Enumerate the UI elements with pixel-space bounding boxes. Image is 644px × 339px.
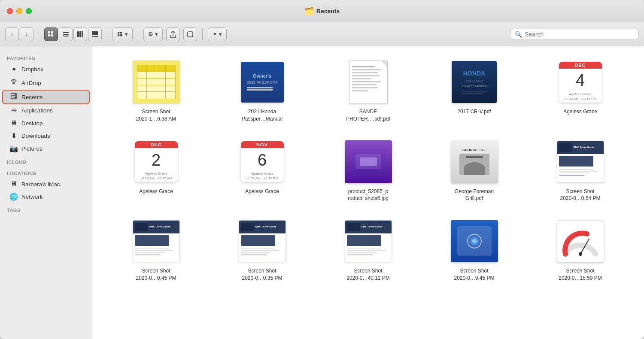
svg-rect-13 [96,36,98,37]
file-item-13[interactable]: DMC Drive Guide Screen Shot2020-0…40 [317,214,419,285]
cal-day-2: 2 [135,148,178,172]
file-grid: Screen Shot2020-1…6.38 AM Owner's 2021 P… [105,55,631,285]
svg-rect-21 [12,94,15,95]
view-icons-button[interactable] [44,27,58,41]
sidebar-item-dropbox-label: Dropbox [21,66,43,73]
toolbar-divider-3 [138,28,138,40]
dmc-thumb-2: DMC Drive Guide [133,220,180,262]
svg-rect-8 [79,31,81,37]
action-button[interactable]: ⚙ ▾ [143,27,163,41]
foreman-thumb: GEORGE FO... [451,140,498,183]
file-name-11: Screen Shot2020-0…0.45 PM [136,267,176,282]
svg-rect-23 [12,97,14,98]
file-item-14[interactable]: Screen Shot2020-0…9.45 PM [423,214,525,285]
file-thumb-12: DMC Drive Guide [234,218,290,265]
svg-point-19 [12,82,15,84]
file-thumb-10: DMC Drive Guide [553,138,608,185]
file-thumb-1 [128,58,184,106]
file-thumb-6: DEC 2 Ageless Grace 10:00 AM - 10:45 AM [128,138,184,185]
search-box[interactable]: 🔍 [510,29,639,40]
file-item-8[interactable]: product_52085_product_shots5.jpg [317,135,419,206]
file-name-9: George ForemanGrill.pdf [455,188,494,203]
file-item-6[interactable]: DEC 2 Ageless Grace 10:00 AM - 10:45 AM … [105,135,207,206]
file-item-12[interactable]: DMC Drive Guide Screen Shot2020-0…0. [211,214,313,285]
cal-time-1: 11:30 AM - 12:15 PM [559,97,602,103]
file-thumb-7: NOV 6 Ageless Grace 11:30 AM - 12:15 PM [234,138,290,185]
search-input[interactable] [525,31,634,38]
file-name-8: product_52085_product_shots5.jpg [348,188,389,203]
file-name-2: 2021 HondaPasspor…Manual [242,108,283,123]
file-item-1[interactable]: Screen Shot2020-1…6.38 AM [105,55,207,126]
sidebar-item-downloads-label: Downloads [21,133,50,139]
dropbox-button[interactable]: ✦ ▾ [208,27,227,41]
file-thumb-5: DEC 4 Ageless Grace 11:30 AM - 12:15 PM [553,58,608,106]
honda-thumb: Owner's 2021 PASSPORT [241,62,284,103]
file-item-10[interactable]: DMC Drive Guide Screen Shot2020-0…0. [529,135,631,206]
cal-month-1: DEC [559,62,602,69]
sidebar-item-dropbox[interactable]: ✦ Dropbox [3,63,89,76]
main-content: Favorites ✦ Dropbox AirDrop [0,46,644,339]
view-list-button[interactable] [59,27,73,41]
toolbar: ‹ › [0,22,644,46]
network-icon: 🌐 [9,193,18,201]
svg-rect-22 [12,96,15,97]
dropbox-main: ✦ ▾ [208,28,226,41]
view-gallery-button[interactable] [88,27,102,41]
view-columns-button[interactable] [73,27,87,41]
sidebar-item-airdrop-label: AirDrop [21,80,41,86]
gear-icon: ⚙ [148,31,153,37]
minimize-button[interactable] [16,8,22,14]
file-item-3[interactable]: SANDEPROPER….pdf.pdf [317,55,419,126]
sidebar-item-network[interactable]: 🌐 Network [3,191,89,203]
cal-event-3: Ageless Grace [241,172,284,176]
dropbox-arrow: ▾ [219,31,222,37]
sidebar-item-recents[interactable]: Recents [3,90,89,104]
file-item-11[interactable]: DMC Drive Guide Screen Shot2020-0…0. [105,214,207,285]
sidebar-item-barbara-imac[interactable]: 🖥 Barbara's iMac [3,178,89,190]
tag-button[interactable] [183,27,197,41]
file-item-5[interactable]: DEC 4 Ageless Grace 11:30 AM - 12:15 PM … [529,55,631,126]
file-name-3: SANDEPROPER….pdf.pdf [346,108,390,123]
toolbar-divider-2 [107,28,107,40]
sidebar-item-desktop-label: Desktop [21,120,43,127]
file-thumb-13: DMC Drive Guide [340,218,396,265]
svg-rect-9 [82,31,83,37]
file-name-5: Ageless Grace [563,108,597,115]
svg-rect-11 [92,36,94,37]
maximize-button[interactable] [26,8,32,14]
file-item-15[interactable]: Screen Shot2020-0…15.59 PM [529,214,631,285]
cal-time-2: 10:00 AM - 10:45 AM [135,176,178,182]
sidebar: Favorites ✦ Dropbox AirDrop [0,46,92,339]
pictures-icon: 📷 [9,145,18,153]
forward-button[interactable]: › [20,27,33,41]
toolbar-divider-4 [202,28,203,40]
sidebar-item-desktop[interactable]: 🖥 Desktop [3,117,89,129]
downloads-icon: ⬇ [9,132,18,140]
svg-rect-5 [63,34,69,35]
file-item-4[interactable]: HONDA 2017 CR-VOwner's Manual 2017 CR-V.… [423,55,525,126]
title-icon: 🗂️ [304,6,314,16]
tags-label: Tags [0,203,92,215]
sidebar-item-downloads[interactable]: ⬇ Downloads [3,130,89,142]
svg-rect-15 [120,31,122,33]
sidebar-item-airdrop[interactable]: AirDrop [3,76,89,90]
svg-rect-6 [63,36,69,36]
close-button[interactable] [7,8,13,14]
group-button[interactable]: ▾ [112,27,133,41]
dropbox-icon: ✦ [213,31,217,37]
file-name-4: 2017 CR-V.pdf [457,108,491,115]
share-button[interactable] [166,27,180,41]
file-thumb-8 [340,138,396,185]
file-item-2[interactable]: Owner's 2021 PASSPORT 2021 HondaPasspor…… [211,55,313,126]
dmc-thumb-1: DMC Drive Guide [557,141,604,183]
file-name-15: Screen Shot2020-0…15.59 PM [559,267,602,282]
file-item-9[interactable]: GEORGE FO... George ForemanGrill.pdf [423,135,525,206]
file-item-7[interactable]: NOV 6 Ageless Grace 11:30 AM - 12:15 PM … [211,135,313,206]
window-title-area: 🗂️ Recents [304,6,340,16]
file-thumb-15 [553,218,608,265]
sidebar-item-pictures[interactable]: 📷 Pictures [3,142,89,155]
file-name-12: Screen Shot2020-0…0.35 PM [242,267,282,282]
back-button[interactable]: ‹ [5,27,19,41]
sidebar-item-applications[interactable]: ✳ Applications [3,104,89,117]
crv-thumb: HONDA 2017 CR-VOwner's Manual [452,61,497,103]
